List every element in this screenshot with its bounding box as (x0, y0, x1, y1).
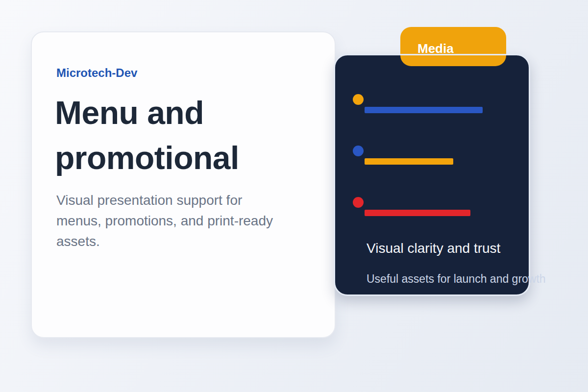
skeleton-bar (365, 107, 483, 113)
card-top-border-line (400, 54, 506, 55)
bullet-dot (353, 94, 364, 105)
media-card-subtitle: Useful assets for launch and growth (367, 271, 546, 286)
bullet-dot (353, 197, 364, 208)
media-row (353, 94, 490, 113)
media-tab[interactable]: Media (400, 27, 506, 66)
brand-label: Microtech-Dev (56, 66, 137, 80)
page-description: Visual presentation support for menus, p… (56, 190, 282, 252)
media-row (353, 197, 490, 216)
media-card-title: Visual clarity and trust (367, 240, 500, 257)
media-card: Visual clarity and trust Useful assets f… (334, 54, 530, 296)
content-card: Microtech-Dev Menu and promotional Visua… (31, 31, 336, 338)
page-title: Menu and promotional (55, 90, 295, 180)
skeleton-bar (365, 210, 470, 216)
skeleton-bar (365, 158, 453, 165)
page-background: Microtech-Dev Menu and promotional Visua… (0, 0, 588, 392)
bullet-dot (353, 146, 364, 156)
media-row (353, 146, 490, 165)
media-rows (353, 94, 490, 248)
